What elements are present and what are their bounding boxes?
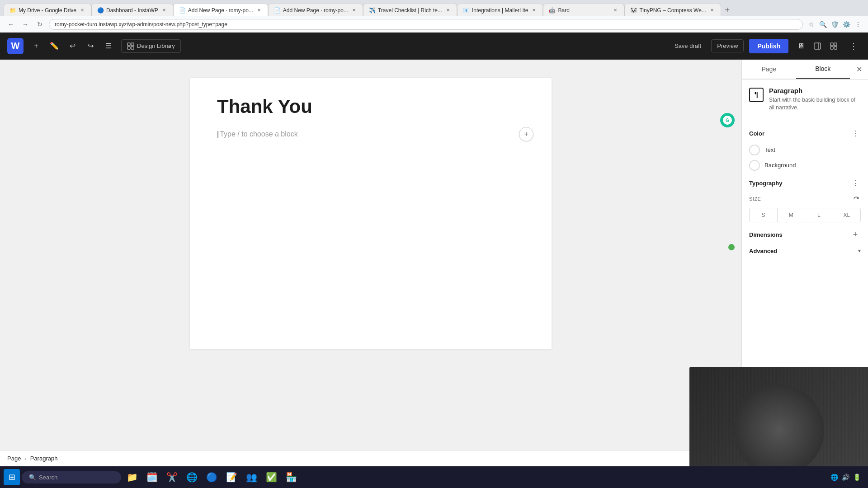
tab-close-2[interactable]: ✕ bbox=[161, 7, 167, 14]
taskbar-app-chrome[interactable]: 🌐 bbox=[183, 468, 201, 486]
tab-favicon-5: ✈️ bbox=[369, 7, 375, 14]
undo-button[interactable]: ↩ bbox=[65, 39, 80, 53]
page-content-area: Thank You Type / to choose a block + G bbox=[190, 78, 552, 349]
taskbar-app-todo[interactable]: ✅ bbox=[262, 468, 280, 486]
tab-block[interactable]: Block bbox=[796, 60, 850, 79]
forward-button[interactable]: → bbox=[20, 19, 31, 30]
taskbar-app-teams[interactable]: 👥 bbox=[242, 468, 260, 486]
address-bar[interactable]: romy-pocket-duro.instawp.xyz/wp-admin/po… bbox=[49, 19, 803, 30]
taskbar: ⊞ 🔍 Search 📁 🗓️ ✂️ 🌐 🔵 📝 👥 ✅ 🏪 🌐 🔊 🔋 bbox=[0, 466, 868, 488]
tab-close-4[interactable]: ✕ bbox=[351, 7, 357, 14]
block-info-text: Paragraph Start with the basic building … bbox=[769, 87, 861, 112]
taskbar-app-store[interactable]: 🏪 bbox=[282, 468, 300, 486]
svg-rect-3 bbox=[131, 47, 134, 49]
connection-status-indicator bbox=[728, 244, 735, 250]
add-block-inline-button[interactable]: + bbox=[519, 127, 533, 141]
extension-icon-2[interactable]: 🛡️ bbox=[830, 20, 839, 29]
font-size-m-button[interactable]: M bbox=[778, 208, 806, 222]
text-color-swatch[interactable] bbox=[749, 145, 760, 155]
grammarly-button[interactable]: G bbox=[720, 113, 735, 127]
block-placeholder-text[interactable]: Type / to choose a block bbox=[217, 128, 524, 140]
tray-network-icon[interactable]: 🌐 bbox=[830, 474, 838, 481]
size-label: SIZE bbox=[749, 196, 761, 202]
edit-tool-button[interactable]: ✏️ bbox=[47, 39, 61, 53]
taskbar-app-word[interactable]: 📝 bbox=[222, 468, 241, 486]
block-container: Type / to choose a block + bbox=[217, 128, 524, 140]
tab-title-7: Bard bbox=[558, 7, 609, 14]
add-block-toolbar-button[interactable]: ＋ bbox=[29, 39, 43, 53]
close-panel-button[interactable]: ✕ bbox=[850, 61, 868, 79]
new-tab-button[interactable]: + bbox=[721, 4, 734, 16]
tab-close-7[interactable]: ✕ bbox=[612, 7, 618, 14]
publish-button[interactable]: Publish bbox=[749, 39, 788, 53]
settings-panel-icon bbox=[813, 42, 821, 50]
editor-main[interactable]: Thank You Type / to choose a block + G bbox=[0, 60, 741, 450]
tab-add-new-page-active[interactable]: 📄 Add New Page · romy-po... ✕ bbox=[173, 4, 268, 16]
tab-close-5[interactable]: ✕ bbox=[445, 7, 451, 14]
tray-volume-icon[interactable]: 🔊 bbox=[842, 474, 849, 481]
tab-close-1[interactable]: ✕ bbox=[79, 7, 85, 14]
tab-close-3[interactable]: ✕ bbox=[256, 7, 262, 14]
svg-rect-9 bbox=[834, 47, 837, 49]
back-button[interactable]: ← bbox=[5, 19, 16, 30]
browser-toolbar: ← → ↻ romy-pocket-duro.instawp.xyz/wp-ad… bbox=[0, 16, 868, 33]
font-size-s-button[interactable]: S bbox=[750, 208, 778, 222]
wp-admin-tools: ＋ ✏️ ↩ ↪ ☰ bbox=[29, 39, 116, 53]
tab-instawp-dashboard[interactable]: 🔵 Dashboard - InstaWP ✕ bbox=[91, 4, 173, 16]
tab-page[interactable]: Page bbox=[742, 60, 796, 79]
breadcrumb-page[interactable]: Page bbox=[7, 455, 21, 462]
size-reset-button[interactable] bbox=[852, 194, 861, 203]
tab-add-new-page-2[interactable]: 📄 Add New Page · romy-po... ✕ bbox=[268, 4, 363, 16]
bookmark-icon[interactable]: ☆ bbox=[807, 20, 816, 29]
redo-button[interactable]: ↪ bbox=[83, 39, 98, 53]
reload-button[interactable]: ↻ bbox=[34, 19, 45, 30]
page-title-input[interactable]: Thank You bbox=[217, 96, 524, 117]
taskbar-app-snip[interactable]: ✂️ bbox=[163, 468, 181, 486]
font-size-xl-button[interactable]: XL bbox=[833, 208, 861, 222]
add-dimensions-button[interactable]: + bbox=[850, 230, 861, 240]
tab-travel-checklist[interactable]: ✈️ Travel Checklist | Rich te... ✕ bbox=[363, 4, 457, 16]
taskbar-app-edge[interactable]: 🔵 bbox=[203, 468, 221, 486]
color-section-menu-button[interactable]: ⋮ bbox=[850, 128, 861, 139]
panel-tab-bar: Page Block ✕ bbox=[742, 60, 868, 80]
preview-button[interactable]: Preview bbox=[711, 39, 744, 52]
background-color-option[interactable]: Background bbox=[749, 160, 861, 171]
typography-section-menu-button[interactable]: ⋮ bbox=[850, 178, 861, 189]
tab-close-8[interactable]: ✕ bbox=[709, 7, 715, 14]
more-options-button[interactable]: ⋮ bbox=[846, 39, 861, 53]
search-label: Search bbox=[39, 474, 57, 481]
svg-rect-1 bbox=[131, 43, 134, 46]
tab-close-6[interactable]: ✕ bbox=[531, 7, 537, 14]
extension-icon-1[interactable]: 🔍 bbox=[818, 20, 827, 29]
background-color-label: Background bbox=[764, 162, 796, 169]
advanced-chevron-icon: ▾ bbox=[858, 248, 861, 254]
save-draft-button[interactable]: Save draft bbox=[670, 40, 706, 52]
start-button[interactable]: ⊞ bbox=[4, 469, 20, 485]
taskbar-app-files[interactable]: 📁 bbox=[123, 468, 141, 486]
desktop-view-button[interactable]: 🖥 bbox=[794, 39, 808, 53]
menu-icon[interactable]: ⋮ bbox=[854, 20, 863, 29]
text-color-option[interactable]: Text bbox=[749, 145, 861, 155]
background-color-swatch[interactable] bbox=[749, 160, 760, 171]
tab-tinypng[interactable]: 🐼 TinyPNG – Compress We... ✕ bbox=[624, 4, 721, 16]
tray-battery-icon[interactable]: 🔋 bbox=[853, 474, 861, 481]
tab-google-drive[interactable]: 📁 My Drive - Google Drive ✕ bbox=[4, 4, 91, 16]
tab-favicon-2: 🔵 bbox=[97, 7, 104, 14]
dimensions-section: Dimensions + bbox=[749, 230, 861, 240]
advanced-section-header[interactable]: Advanced ▾ bbox=[749, 248, 861, 254]
browser-tabs: 📁 My Drive - Google Drive ✕ 🔵 Dashboard … bbox=[0, 0, 868, 16]
design-library-button[interactable]: Design Library bbox=[121, 39, 181, 53]
toolbar-icons: ☆ 🔍 🛡️ ⚙️ ⋮ bbox=[807, 20, 863, 29]
settings-panel-button[interactable] bbox=[810, 39, 825, 53]
tab-bard[interactable]: 🤖 Bard ✕ bbox=[543, 4, 624, 16]
block-patterns-button[interactable] bbox=[826, 39, 841, 53]
font-size-l-button[interactable]: L bbox=[805, 208, 833, 222]
list-view-button[interactable]: ☰ bbox=[101, 39, 116, 53]
taskbar-app-cortana[interactable]: 🗓️ bbox=[143, 468, 161, 486]
svg-rect-2 bbox=[127, 47, 130, 49]
taskbar-search-button[interactable]: 🔍 Search bbox=[22, 471, 121, 483]
extension-icon-3[interactable]: ⚙️ bbox=[842, 20, 851, 29]
svg-rect-7 bbox=[834, 43, 837, 46]
wordpress-logo[interactable]: W bbox=[7, 38, 24, 54]
tab-mailerlite[interactable]: 📧 Integrations | MailerLite ✕ bbox=[457, 4, 543, 16]
